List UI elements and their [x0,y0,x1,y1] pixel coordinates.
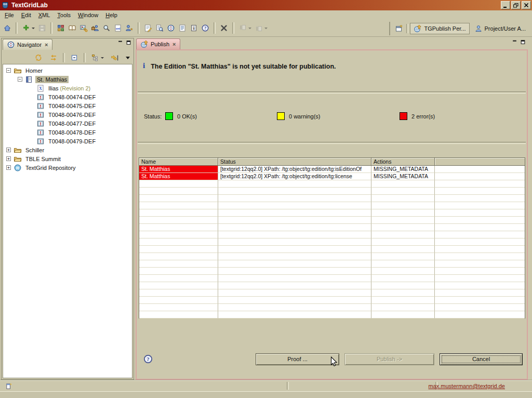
cell-status: [textgrid:12qq2.0] XPath: /tg:object/tg:… [218,173,371,180]
menu-window[interactable]: Window [74,11,102,19]
refresh-button[interactable] [33,51,44,64]
gallery-button[interactable] [55,22,66,34]
fast-view-icon[interactable] [5,382,13,390]
tree-item-st-matthias[interactable]: −St. Matthias [3,75,132,84]
cancel-button[interactable]: Cancel [440,353,523,365]
maximize-editor-icon[interactable] [520,39,526,45]
menu-file[interactable]: File [1,11,18,19]
navigator-tab-close-icon[interactable]: × [45,42,48,48]
project-user-button[interactable] [89,22,101,34]
expand-expander-icon[interactable]: + [6,148,11,152]
home-button[interactable] [2,22,13,34]
xml-file-icon: X [36,84,45,92]
tree-item-label: T0048-00476-DEF [47,111,97,118]
image-link-button[interactable] [78,22,89,34]
tree-item-label: Homer [24,67,44,74]
collapse-all-button[interactable] [69,51,80,64]
search-button[interactable] [101,22,112,34]
folder-icon [14,67,22,75]
dropdown-arrow-icon[interactable] [248,28,251,29]
minimize-view-icon[interactable] [117,40,123,45]
error-count: 2 error(s) [411,113,435,120]
info-icon: i [143,62,145,70]
doc-search-button[interactable] [154,22,165,34]
column-header-actions[interactable]: Actions [371,158,435,166]
open-perspective-button[interactable] [393,22,405,35]
dictionary-button[interactable] [66,22,78,34]
publish-tab-close-icon[interactable]: × [172,41,176,47]
window-title: TextGridLab [11,2,48,9]
save-icon [38,24,46,32]
column-header-extra[interactable] [435,158,525,166]
publish-message: The Edition "St. Matthias" is not yet su… [151,62,336,70]
proof-button[interactable]: Proof ... [256,353,339,365]
navigator-view-button[interactable] [165,22,177,34]
minimize-editor-icon[interactable] [512,39,517,45]
perspective-project-user-a[interactable]: Project/User A... [471,23,529,34]
xml-editor-button[interactable]: xml [112,22,124,34]
publish-tab[interactable]: Publish × [136,38,180,49]
tree-item-t0048-00476-def[interactable]: T0048-00476-DEF [3,110,132,119]
gallery-icon [57,24,65,32]
import-button [237,22,253,34]
expand-expander-icon[interactable]: + [6,165,11,170]
tree-item-textgrid-repository[interactable]: +RTextGrid Repository [3,163,132,172]
empty-row [139,188,525,195]
text-editor-button[interactable] [142,22,154,34]
collapse-expander-icon[interactable]: − [6,68,11,73]
menu-xml[interactable]: XML [35,11,54,19]
dropdown-arrow-icon[interactable] [264,28,268,29]
delete-button[interactable] [218,22,230,34]
project-user-icon [91,24,99,32]
tree-item-homer[interactable]: −Homer [3,66,132,75]
help-icon[interactable]: ? [143,354,153,364]
restore-button[interactable] [511,1,521,9]
error-row[interactable]: St. Matthias[textgrid:12qq2.0] XPath: /t… [139,166,525,173]
tree-item-t0048-00474-def[interactable]: T0048-00474-DEF [3,92,132,101]
expand-expander-icon[interactable]: + [6,156,11,161]
object-info-button[interactable]: i [188,22,200,34]
menu-tools[interactable]: Tools [54,11,74,19]
close-button[interactable] [522,1,531,9]
menu-edit[interactable]: Edit [18,11,35,19]
navigator-tab[interactable]: Navigator × [3,39,52,50]
column-header-status[interactable]: Status [218,158,371,166]
dropdown-arrow-icon[interactable] [32,28,35,29]
metadata-editor-button[interactable] [177,22,188,34]
text-editor-icon [144,24,152,32]
perspective-tgpublish-per[interactable]: TGPublish Per... [410,23,469,34]
empty-row [139,246,525,253]
minimize-button[interactable] [501,1,510,9]
svg-text:?: ? [147,356,149,362]
tree-item-t0048-00479-def[interactable]: T0048-00479-DEF [3,137,132,145]
column-header-name[interactable]: Name [139,158,218,166]
sync-tree-button[interactable] [89,51,105,64]
tree-item-tble-summit[interactable]: +TBLE Summit [3,154,132,163]
empty-row [139,275,525,282]
help-button[interactable]: ? [200,22,211,34]
publish-globe-icon [140,40,149,48]
image-link-icon [79,24,88,32]
tree-item-t0048-00478-def[interactable]: T0048-00478-DEF [3,128,132,137]
statusbar-separator [287,382,289,390]
logged-in-user[interactable]: max.mustermann@textgrid.de [428,383,505,389]
collapse-all-icon [70,54,78,62]
tree-item-label: T0048-00474-DEF [47,94,97,101]
tree-item-schiller[interactable]: +Schiller [3,145,132,154]
new-object-button[interactable] [20,22,36,34]
error-row[interactable]: St. Matthias[textgrid:12qq2.0] XPath: /t… [139,173,525,180]
tree-item-t0048-00475-def[interactable]: T0048-00475-DEF [3,101,132,110]
swap-button[interactable] [48,51,59,64]
menu-help[interactable]: Help [102,11,121,19]
user-admin-button[interactable] [124,22,135,34]
dictionary-icon [68,24,76,32]
tree-item-label: Schiller [24,147,46,154]
dropdown-arrow-icon[interactable] [101,57,104,59]
tree-item-ilias[interactable]: XIlias (Revision 2) [3,84,132,92]
tree-item-label: T0048-00477-DEF [47,120,97,127]
tree-item-t0048-00477-def[interactable]: T0048-00477-DEF [3,119,132,128]
view-menu-button[interactable] [124,51,131,64]
link-editor-button[interactable] [109,51,121,64]
collapse-expander-icon[interactable]: − [18,77,22,82]
maximize-view-icon[interactable] [126,40,131,45]
